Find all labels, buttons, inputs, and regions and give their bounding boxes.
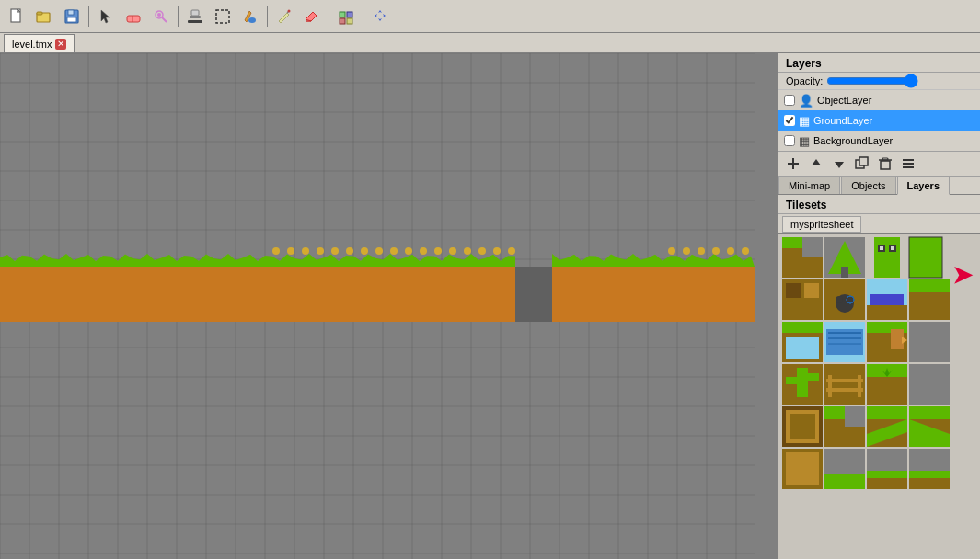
right-panel: Layers Opacity: 👤 ObjectLayer ➤ bbox=[778, 53, 980, 559]
sep4 bbox=[329, 6, 329, 27]
svg-line-10 bbox=[162, 17, 167, 22]
new-button[interactable] bbox=[4, 4, 29, 29]
svg-rect-22 bbox=[340, 18, 345, 24]
add-layer-button[interactable] bbox=[782, 154, 804, 174]
pointer-button[interactable] bbox=[93, 4, 119, 29]
stamp-button[interactable] bbox=[182, 4, 208, 29]
tab-minimap[interactable]: Mini-map bbox=[778, 177, 840, 194]
sep5 bbox=[363, 6, 363, 27]
svg-rect-14 bbox=[188, 20, 202, 23]
svg-rect-35 bbox=[903, 163, 914, 165]
layer-toolbar bbox=[778, 151, 980, 177]
tilesets-header: Tilesets bbox=[778, 195, 980, 214]
layer-list: 👤 ObjectLayer ➤ ▦ GroundLayer ▦ Backgrou… bbox=[778, 90, 980, 151]
draw-button[interactable] bbox=[271, 4, 297, 29]
magic-button[interactable] bbox=[148, 4, 174, 29]
panel-tabs: Mini-map Objects Layers bbox=[778, 177, 980, 195]
file-tab[interactable]: level.tmx ✕ bbox=[4, 34, 75, 52]
select-rect-button[interactable] bbox=[210, 4, 236, 29]
close-tab-button[interactable]: ✕ bbox=[55, 39, 66, 50]
opacity-slider[interactable] bbox=[826, 75, 918, 86]
rubber-button[interactable] bbox=[121, 4, 146, 29]
tileset-sprite-canvas bbox=[778, 234, 972, 491]
canvas-area[interactable] bbox=[0, 53, 778, 559]
tilesets-section: Tilesets myspritesheet ➤ bbox=[778, 195, 980, 559]
bucket-button[interactable] bbox=[237, 4, 263, 29]
sep3 bbox=[267, 6, 268, 27]
svg-point-11 bbox=[157, 13, 161, 17]
svg-rect-5 bbox=[67, 17, 76, 22]
svg-rect-7 bbox=[127, 16, 140, 22]
tileset-canvas[interactable]: ➤ bbox=[778, 234, 980, 559]
svg-rect-21 bbox=[347, 12, 352, 17]
move-layer-down-button[interactable] bbox=[828, 154, 850, 174]
open-button[interactable] bbox=[31, 4, 57, 29]
toolbar bbox=[0, 0, 980, 33]
tileset-tab-myspritesheet[interactable]: myspritesheet bbox=[782, 216, 861, 233]
svg-marker-24 bbox=[375, 10, 386, 21]
svg-marker-6 bbox=[101, 10, 110, 23]
tab-layers[interactable]: Layers bbox=[897, 177, 950, 195]
opacity-label: Opacity: bbox=[786, 75, 823, 86]
main-area: Layers Opacity: 👤 ObjectLayer ➤ bbox=[0, 53, 980, 559]
svg-rect-4 bbox=[68, 10, 74, 15]
object-button[interactable] bbox=[333, 4, 359, 29]
layer-name-object: ObjectLayer bbox=[817, 95, 974, 106]
layers-section: Layers Opacity: 👤 ObjectLayer ➤ bbox=[778, 53, 980, 177]
svg-rect-20 bbox=[340, 12, 345, 17]
map-canvas[interactable] bbox=[0, 53, 755, 559]
svg-rect-36 bbox=[903, 166, 914, 168]
tab-bar: level.tmx ✕ bbox=[0, 33, 980, 53]
eraser2-button[interactable] bbox=[299, 4, 325, 29]
layer-item-background[interactable]: ▦ BackgroundLayer bbox=[778, 131, 980, 151]
sep2 bbox=[178, 6, 179, 27]
layer-item-object[interactable]: 👤 ObjectLayer ➤ bbox=[778, 90, 980, 110]
layer-item-ground[interactable]: ▦ GroundLayer bbox=[778, 110, 980, 131]
tile-layer-icon-ground: ▦ bbox=[799, 114, 810, 128]
svg-rect-31 bbox=[881, 161, 890, 169]
layer-visibility-object[interactable] bbox=[784, 95, 795, 106]
object-layer-icon: 👤 bbox=[799, 94, 813, 108]
svg-marker-27 bbox=[812, 159, 821, 165]
layers-header: Layers bbox=[778, 53, 980, 73]
svg-rect-13 bbox=[190, 16, 201, 18]
svg-point-18 bbox=[288, 9, 291, 12]
layer-name-ground: GroundLayer bbox=[813, 115, 974, 126]
svg-marker-28 bbox=[835, 162, 844, 168]
layer-visibility-background[interactable] bbox=[784, 135, 795, 146]
svg-rect-23 bbox=[347, 18, 352, 24]
svg-rect-2 bbox=[37, 12, 42, 15]
svg-rect-26 bbox=[792, 158, 794, 169]
delete-layer-button[interactable] bbox=[874, 154, 896, 174]
svg-point-16 bbox=[248, 17, 256, 23]
tab-objects[interactable]: Objects bbox=[841, 177, 895, 194]
pan-button[interactable] bbox=[367, 4, 393, 29]
svg-rect-34 bbox=[903, 159, 914, 161]
tile-layer-icon-bg: ▦ bbox=[799, 134, 810, 148]
svg-rect-33 bbox=[882, 158, 888, 160]
svg-rect-30 bbox=[859, 157, 868, 165]
layer-name-background: BackgroundLayer bbox=[813, 135, 974, 146]
opacity-row: Opacity: bbox=[778, 73, 980, 90]
layer-properties-button[interactable] bbox=[897, 154, 919, 174]
svg-rect-15 bbox=[216, 10, 229, 23]
move-layer-up-button[interactable] bbox=[805, 154, 827, 174]
svg-rect-12 bbox=[191, 10, 199, 16]
file-tab-name: level.tmx bbox=[12, 39, 52, 50]
duplicate-layer-button[interactable] bbox=[851, 154, 873, 174]
sep1 bbox=[88, 6, 89, 27]
tileset-tab-bar: myspritesheet bbox=[778, 214, 980, 234]
layer-visibility-ground[interactable] bbox=[784, 115, 795, 126]
save-button[interactable] bbox=[59, 4, 85, 29]
